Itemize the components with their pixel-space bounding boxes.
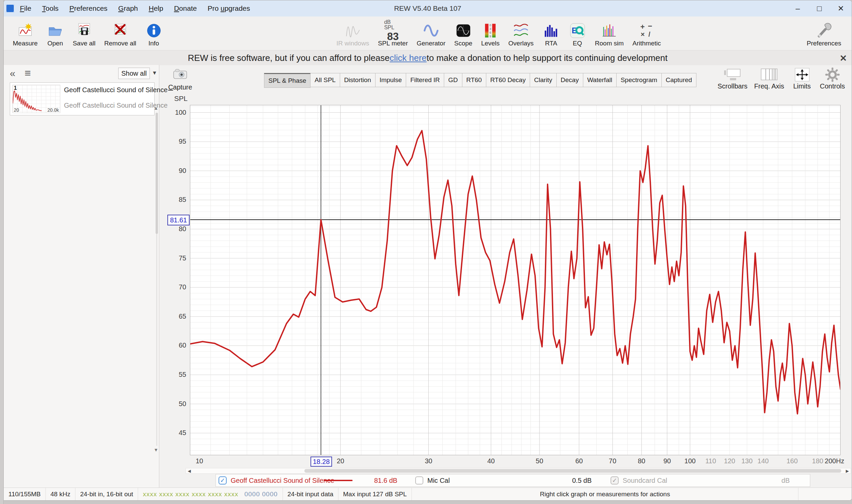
graph-tool-label: Controls xyxy=(820,83,845,90)
menu-file[interactable]: File xyxy=(15,4,37,13)
spl-meter-caption: dB SPL xyxy=(384,19,402,30)
menu-pro-upgrades[interactable]: Pro upgrades xyxy=(202,4,255,13)
menu-graph[interactable]: Graph xyxy=(113,4,143,13)
tab-distortion[interactable]: Distortion xyxy=(340,73,376,87)
titlebar: FileToolsPreferencesGraphHelpDonatePro u… xyxy=(4,0,852,17)
sidebar-scrollbar-thumb[interactable] xyxy=(156,113,158,234)
x-tick-label: 60 xyxy=(566,457,593,465)
svg-text:+: + xyxy=(641,22,645,31)
legend-measurement-label[interactable]: Geoff Castellucci Sound of Silence xyxy=(231,474,334,486)
scroll-right-icon[interactable]: ▶ xyxy=(844,469,851,473)
x-tick-label: 50 xyxy=(526,457,553,465)
toolbar-button-label: EQ xyxy=(573,39,582,48)
tab-decay[interactable]: Decay xyxy=(557,73,583,87)
toolbar-button-info[interactable]: Info xyxy=(141,20,167,50)
graph-tool-scrollbars[interactable]: Scrollbars xyxy=(714,67,751,90)
overlays-icon xyxy=(512,22,530,39)
graph-tool-limits[interactable]: Limits xyxy=(788,67,817,90)
capture-button-label: Capture xyxy=(168,84,192,91)
scroll-left-icon[interactable]: ◀ xyxy=(186,469,193,473)
sidebar-scroll-up-icon[interactable]: ▲ xyxy=(154,105,158,111)
frequency-scrollbar-thumb[interactable] xyxy=(305,469,841,473)
status-hint: Right click graph or measurements for ac… xyxy=(412,488,798,500)
maximize-button[interactable]: □ xyxy=(808,0,830,17)
cursor-spl-readout: 81.61 xyxy=(167,215,190,226)
measurement-title: Geoff Castellucci Sound of Silence xyxy=(64,86,168,94)
toolbar-button-arithmetic[interactable]: +−×/Arithmetic xyxy=(628,20,665,50)
toolbar-button-room-sim[interactable]: Room sim xyxy=(591,20,628,50)
sidebar-scroll-down-icon[interactable]: ▼ xyxy=(154,447,158,452)
tab-captured[interactable]: Captured xyxy=(662,73,696,87)
toolbar-button-remove-all[interactable]: Remove all xyxy=(100,20,141,50)
toolbar-button-rta[interactable]: RTA xyxy=(538,20,564,50)
tab-waterfall[interactable]: Waterfall xyxy=(583,73,616,87)
toolbar-button-overlays[interactable]: Overlays xyxy=(504,20,538,50)
measurement-index: 1 xyxy=(14,85,17,91)
rta-icon xyxy=(542,22,560,39)
tab-filtered-ir[interactable]: Filtered IR xyxy=(406,73,444,87)
menu-donate[interactable]: Donate xyxy=(169,4,203,13)
window-controls: – □ ✕ xyxy=(787,0,852,17)
show-all-dropdown-arrow-icon[interactable]: ▼ xyxy=(152,70,157,76)
y-tick-label: 85 xyxy=(169,196,186,203)
banner-close-icon[interactable]: ✕ xyxy=(839,53,847,64)
minimize-button[interactable]: – xyxy=(787,0,808,17)
toolbar-button-label: Overlays xyxy=(508,39,534,48)
graph-tool-label: Limits xyxy=(793,83,811,90)
toolbar-button-label: Room sim xyxy=(595,39,624,48)
levels-icon: 0369 xyxy=(482,22,499,39)
toolbar-button-save-all[interactable]: Save all xyxy=(68,20,100,50)
x-tick-label: 80 xyxy=(628,457,655,465)
toolbar-button-eq[interactable]: EEQ xyxy=(564,20,591,50)
ir-windows-icon xyxy=(344,22,362,39)
donation-link[interactable]: click here xyxy=(389,53,427,63)
toolbar-button-levels[interactable]: 0369Levels xyxy=(477,20,504,50)
thumbnail-xmin-label: 20 xyxy=(14,107,19,113)
capture-button[interactable]: Capture xyxy=(167,67,193,91)
graph-tool-label: Scrollbars xyxy=(718,83,748,90)
toolbar-button-scope[interactable]: Scope xyxy=(450,20,477,50)
menu-help[interactable]: Help xyxy=(143,4,168,13)
tab-clarity[interactable]: Clarity xyxy=(530,73,557,87)
toolbar-button-label: Generator xyxy=(417,39,446,48)
spl-chart[interactable] xyxy=(190,105,840,455)
tab-gd[interactable]: GD xyxy=(444,73,463,87)
measurement-card[interactable]: 1 20 20.0k Geoff Castellucci Sound of Si… xyxy=(10,83,155,115)
donation-banner: REW is free software, but if you can aff… xyxy=(4,50,852,65)
mic-cal-checkbox[interactable] xyxy=(415,476,423,485)
graph-tool-controls[interactable]: Controls xyxy=(817,67,848,90)
tab-spl-phase[interactable]: SPL & Phase xyxy=(264,73,311,88)
toolbar-button-measure[interactable]: Measure xyxy=(8,20,42,50)
tab-rt60[interactable]: RT60 xyxy=(463,73,486,87)
tab-spectrogram[interactable]: Spectrogram xyxy=(616,73,662,87)
menu-tools[interactable]: Tools xyxy=(37,4,64,13)
app-icon xyxy=(6,4,15,13)
spl-meter-icon: dB SPL83 xyxy=(384,22,402,39)
scope-icon xyxy=(455,22,472,39)
menu-preferences[interactable]: Preferences xyxy=(64,4,113,13)
graph-tool-freq-axis[interactable]: Freq. Axis xyxy=(751,67,788,90)
thumbnail-xmax-label: 20.0k xyxy=(48,107,59,113)
toolbar-button-open[interactable]: Open xyxy=(42,20,68,50)
sidebar-collapse-icon[interactable]: « xyxy=(10,68,16,79)
toolbar-button-preferences[interactable]: Preferences xyxy=(802,20,846,50)
toolbar-button-label: Measure xyxy=(13,39,38,48)
toolbar-button-label: Arithmetic xyxy=(632,39,661,48)
screen: FileToolsPreferencesGraphHelpDonatePro u… xyxy=(0,0,852,504)
measure-icon xyxy=(17,22,34,39)
show-all-dropdown[interactable]: Show all xyxy=(118,68,150,79)
close-button[interactable]: ✕ xyxy=(830,0,852,17)
toolbar-left-group: MeasureOpenSave allRemove allInfo xyxy=(8,17,167,50)
frequency-scrollbar[interactable]: ◀ ▶ xyxy=(186,468,851,474)
offset-value[interactable]: 0.5 dB xyxy=(572,474,592,486)
tab-impulse[interactable]: Impulse xyxy=(376,73,406,87)
sidebar-menu-icon[interactable]: ≡ xyxy=(24,67,31,79)
tab-rt60-decay[interactable]: RT60 Decay xyxy=(486,73,530,87)
toolbar-button-spl-meter[interactable]: dB SPL83SPL meter xyxy=(373,20,412,50)
svg-text:0: 0 xyxy=(490,23,491,27)
tab-all-spl[interactable]: All SPL xyxy=(311,73,340,87)
soundcard-cal-checkbox[interactable]: ✓ xyxy=(611,476,619,485)
toolbar-button-label: Info xyxy=(149,39,159,48)
toolbar-button-generator[interactable]: Generator xyxy=(412,20,450,50)
measurement-checkbox[interactable]: ✓ xyxy=(219,476,227,485)
